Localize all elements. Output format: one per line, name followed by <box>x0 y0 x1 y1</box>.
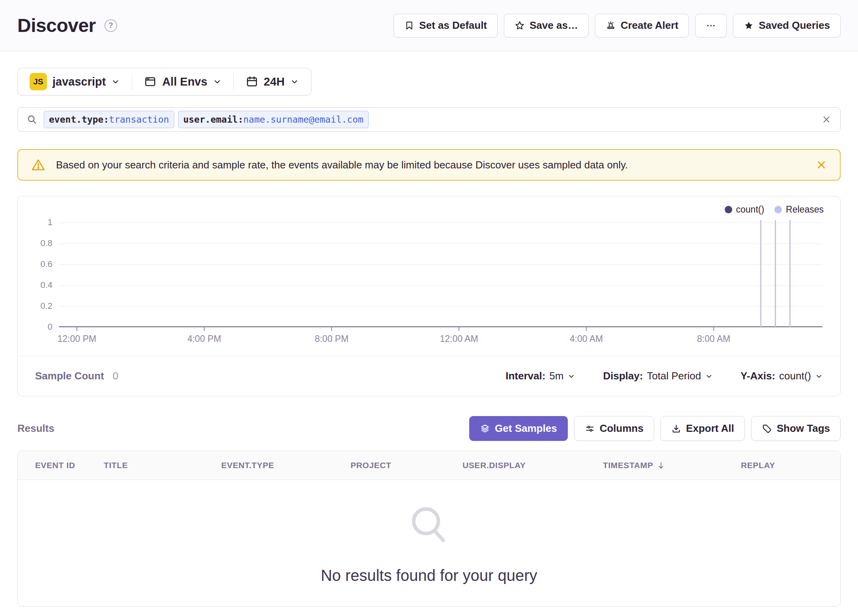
top-bar: Discover ? Set as Default Save as… Creat… <box>0 0 858 51</box>
export-all-button[interactable]: Export All <box>660 416 745 441</box>
main-content: JS javascript All Envs 24H <box>0 68 858 607</box>
y-axis-tick-label: 0 <box>18 322 52 332</box>
display-label: Display: <box>603 370 643 382</box>
help-icon[interactable]: ? <box>104 19 117 32</box>
column-label: TIMESTAMP <box>603 461 653 470</box>
chevron-down-icon <box>705 372 713 380</box>
saved-queries-label: Saved Queries <box>759 19 830 32</box>
js-badge-text: JS <box>33 77 43 86</box>
column-label: EVENT.TYPE <box>221 461 274 470</box>
download-icon <box>671 424 681 434</box>
show-tags-button[interactable]: Show Tags <box>751 416 841 441</box>
releases-series-dot-icon <box>774 206 782 213</box>
x-axis-tick-label: 4:00 PM <box>187 334 221 344</box>
saved-queries-button[interactable]: Saved Queries <box>733 14 841 37</box>
chevron-down-icon <box>567 372 575 380</box>
empty-state-magnifier-icon <box>405 502 453 549</box>
title-wrap: Discover ? <box>17 15 117 36</box>
release-marker-line[interactable] <box>775 220 776 327</box>
y-axis-label: Y-Axis: <box>740 370 775 382</box>
token-key: event.type: <box>49 114 109 125</box>
x-axis-tick <box>331 327 332 331</box>
x-axis-tick <box>204 327 205 331</box>
y-axis-dropdown[interactable]: Y-Axis: count() <box>740 370 823 382</box>
search-token-user-email[interactable]: user.email:name.surname@email.com <box>178 111 369 128</box>
x-axis-tick-label: 12:00 AM <box>440 334 478 344</box>
token-value: name.surname@email.com <box>243 114 364 125</box>
column-label: TITLE <box>104 461 128 470</box>
star-outline-icon <box>515 21 525 31</box>
top-actions: Set as Default Save as… Create Alert Sav… <box>394 14 841 37</box>
calendar-icon <box>246 75 258 88</box>
chart-plot-area: 12:00 PM 4:00 PM 8:00 PM 12:00 AM 4:00 A… <box>59 222 823 327</box>
display-dropdown[interactable]: Display: Total Period <box>603 370 713 382</box>
window-icon <box>144 75 157 88</box>
columns-button[interactable]: Columns <box>574 416 654 441</box>
project-filter-dropdown[interactable]: JS javascript <box>18 68 132 95</box>
tag-icon <box>762 424 772 434</box>
chevron-down-icon <box>213 77 222 86</box>
gridline <box>59 285 823 286</box>
x-axis-line <box>59 326 823 327</box>
legend-item-count[interactable]: count() <box>725 204 765 215</box>
set-as-default-button[interactable]: Set as Default <box>394 14 498 37</box>
column-header-event-id[interactable]: EVENT ID <box>35 461 104 470</box>
chevron-down-icon <box>815 372 823 380</box>
search-input[interactable]: event.type:transaction user.email:name.s… <box>44 111 815 128</box>
column-header-timestamp[interactable]: TIMESTAMP <box>603 461 741 470</box>
columns-label: Columns <box>600 422 644 435</box>
column-label: EVENT ID <box>35 461 75 470</box>
legend-item-releases[interactable]: Releases <box>774 204 824 215</box>
count-series-dot-icon <box>725 206 732 213</box>
column-header-project[interactable]: PROJECT <box>351 461 463 470</box>
release-marker-line[interactable] <box>789 220 791 327</box>
y-axis-tick-label: 0.6 <box>18 259 52 269</box>
column-header-user-display[interactable]: USER.DISPLAY <box>463 461 603 470</box>
chevron-down-icon <box>290 77 299 86</box>
environment-filter-dropdown[interactable]: All Envs <box>132 68 233 95</box>
get-samples-button[interactable]: Get Samples <box>469 416 568 441</box>
results-table-header: EVENT ID TITLE EVENT.TYPE PROJECT USER.D… <box>18 451 840 480</box>
project-filter-label: javascript <box>52 75 106 88</box>
save-as-button[interactable]: Save as… <box>504 14 589 37</box>
help-glyph: ? <box>108 21 113 30</box>
clear-search-icon[interactable] <box>821 114 832 125</box>
search-icon <box>26 114 37 125</box>
results-header-row: Results Get Samples Columns Export All <box>17 416 841 441</box>
star-filled-icon <box>744 21 754 31</box>
results-table: EVENT ID TITLE EVENT.TYPE PROJECT USER.D… <box>17 451 841 607</box>
search-bar[interactable]: event.type:transaction user.email:name.s… <box>17 107 841 132</box>
gridline <box>59 264 823 265</box>
chevron-down-icon <box>111 77 120 86</box>
sampled-data-warning-banner: Based on your search criteria and sample… <box>17 149 841 181</box>
layers-icon <box>480 424 490 434</box>
more-options-button[interactable] <box>695 14 727 37</box>
column-label: USER.DISPLAY <box>463 461 526 470</box>
empty-state-message: No results found for your query <box>321 567 537 584</box>
date-range-dropdown[interactable]: 24H <box>234 68 311 95</box>
column-header-event-type[interactable]: EVENT.TYPE <box>221 461 351 470</box>
y-axis-tick-label: 0.2 <box>18 301 52 311</box>
x-axis-tick-label: 8:00 PM <box>315 334 349 344</box>
column-header-replay[interactable]: REPLAY <box>741 461 840 470</box>
token-key: user.email: <box>183 114 243 125</box>
x-axis-tick-label: 4:00 AM <box>570 334 603 344</box>
column-label: PROJECT <box>351 461 391 470</box>
column-header-title[interactable]: TITLE <box>104 461 221 470</box>
interval-dropdown[interactable]: Interval: 5m <box>505 370 575 382</box>
x-axis-tick <box>459 327 459 331</box>
create-alert-button[interactable]: Create Alert <box>595 14 689 37</box>
display-value: Total Period <box>647 370 701 382</box>
legend-releases-label: Releases <box>786 204 824 215</box>
release-marker-line[interactable] <box>760 220 761 327</box>
search-token-event-type[interactable]: event.type:transaction <box>44 111 174 128</box>
sample-count-label: Sample Count <box>35 370 104 382</box>
banner-close-icon[interactable] <box>815 159 827 171</box>
gridline <box>59 306 823 307</box>
date-range-label: 24H <box>264 75 285 88</box>
set-as-default-label: Set as Default <box>419 19 487 32</box>
y-axis-tick-label: 0.8 <box>18 238 52 248</box>
results-heading: Results <box>17 422 54 435</box>
y-axis-tick-label: 0.4 <box>18 280 52 290</box>
ellipsis-icon <box>706 21 716 31</box>
